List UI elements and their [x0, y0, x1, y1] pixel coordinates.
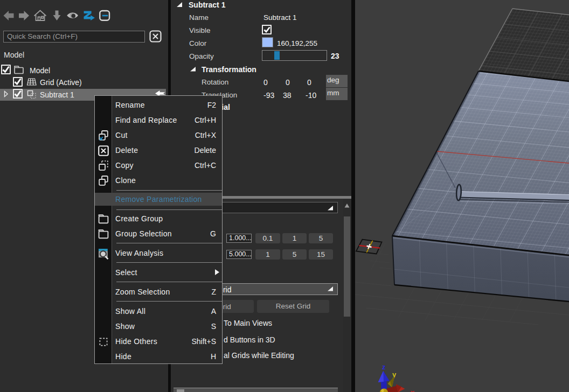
svg-text:z: z [382, 363, 386, 371]
svg-text:x: x [411, 388, 415, 392]
svg-text:y: y [392, 370, 397, 379]
